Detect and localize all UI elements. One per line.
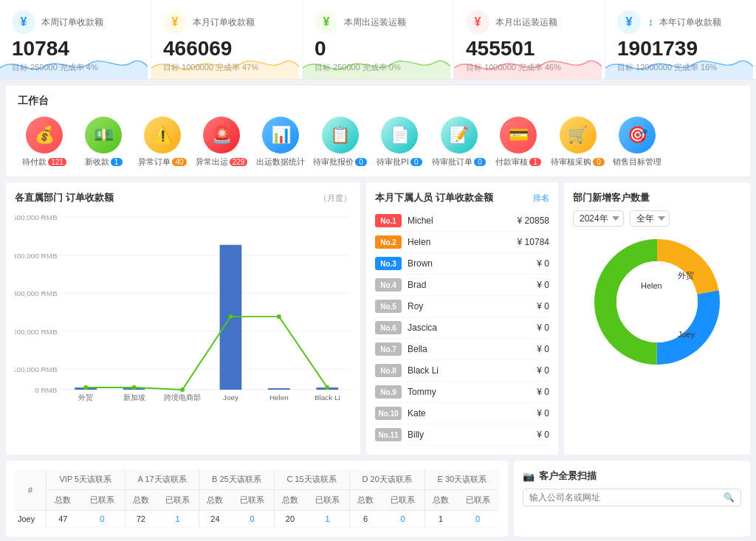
line-dot-1 <box>83 385 88 390</box>
rank-no: No.1 <box>375 214 402 227</box>
work-label-audit-pi: 待审批PI0 <box>377 156 422 168</box>
line-dot-6 <box>325 385 329 390</box>
rank-no: No.5 <box>375 300 402 313</box>
period-select[interactable]: 全年 <box>630 210 670 227</box>
work-label-abnormal-order: 异常订单40 <box>138 156 186 168</box>
work-item-abnormal-ship[interactable]: 🚨 异常出运229 <box>195 117 248 168</box>
b-contacted: 已联系 <box>231 490 274 511</box>
rank-name: Jascica <box>408 323 537 333</box>
svg-text:Black Li: Black Li <box>315 393 340 402</box>
stat-title-yearly-order: 本年订单收款额 <box>659 16 721 29</box>
work-item-abnormal-order[interactable]: ⚠️ 异常订单40 <box>136 117 189 168</box>
svg-text:400,000 RMB: 400,000 RMB <box>15 252 58 260</box>
work-icon-pay-audit: 💳 <box>500 117 537 154</box>
chart-title: 各直属部门 订单收款额 <box>15 191 114 204</box>
rank-value: ¥ 0 <box>537 408 549 418</box>
rank-item: No.1 Michel ¥ 20858 <box>375 210 549 232</box>
a-contacted-val: 1 <box>157 511 199 528</box>
table-panel: # VIP 5天该联系 A 17天该联系 B 25天该联系 C 15天该联系 D… <box>6 461 508 537</box>
badge-audit-pi: 0 <box>410 158 422 166</box>
rank-item: No.6 Jascica ¥ 0 <box>375 317 549 339</box>
ranking-sort[interactable]: 排名 <box>533 193 549 204</box>
stat-card-weekly-order: ¥ 本周订单收款额 10784 目标 250000 完成率 4% <box>0 0 151 79</box>
stat-header-weekly-order: ¥ 本周订单收款额 <box>12 10 139 34</box>
work-icon-purchase: 🛒 <box>560 117 597 154</box>
vip-total-val: 47 <box>47 511 80 528</box>
c-contacted-val: 1 <box>306 511 349 528</box>
work-label-pending-pay: 待付款121 <box>22 156 66 168</box>
donut-filters: 2024年 全年 <box>573 210 741 227</box>
rank-no: No.9 <box>375 385 402 399</box>
work-icon-audit-pi: 📄 <box>381 117 418 154</box>
search-box[interactable]: 🔍 <box>523 489 741 506</box>
rank-no: No.6 <box>375 321 402 334</box>
rank-no: No.2 <box>375 235 402 249</box>
bar-helen <box>268 388 290 390</box>
rank-name: Brown <box>408 258 537 269</box>
line-dot-4 <box>228 314 233 319</box>
donut-chart-svg: Helen 外贸 Joey <box>591 235 724 368</box>
donut-label-foreign: 外贸 <box>678 271 694 280</box>
rank-item: No.4 Brad ¥ 0 <box>375 275 549 296</box>
work-label-new-collect: 新收款1 <box>85 156 123 168</box>
work-item-pay-audit[interactable]: 💳 付款审核1 <box>492 117 545 168</box>
rank-no: No.11 <box>375 428 402 441</box>
stat-wave-yearly-order <box>605 53 753 79</box>
d-header: D 20天该联系 <box>349 469 425 490</box>
stat-header-yearly-order: ¥ ↕ 本年订单收款额 <box>617 10 744 34</box>
rank-item: No.8 Black Li ¥ 0 <box>375 360 549 382</box>
vip-total: 总数 <box>47 490 80 511</box>
right-panel-title: 📷 客户全景扫描 <box>523 469 741 483</box>
work-item-ship-stats[interactable]: 📊 出运数据统计 <box>254 117 307 168</box>
stat-title-weekly-ship: 本周出运装运额 <box>344 16 406 29</box>
rank-no: No.3 <box>375 257 402 270</box>
e-total-val: 1 <box>425 511 456 528</box>
svg-text:200,000 RMB: 200,000 RMB <box>15 328 58 336</box>
rank-value: ¥ 0 <box>537 301 549 311</box>
work-item-audit-quote[interactable]: 📋 待审批报价0 <box>313 117 367 168</box>
bar-chart-svg: 500,000 RMB 400,000 RMB 300,000 RMB 200,… <box>15 210 351 402</box>
chart-subtitle: （月度） <box>319 193 351 204</box>
badge-pending-pay: 121 <box>48 158 66 166</box>
svg-text:新加坡: 新加坡 <box>123 393 145 402</box>
line-dot-3 <box>180 387 185 392</box>
rank-name: Black Li <box>408 365 537 376</box>
work-item-new-collect[interactable]: 💵 新收款1 <box>77 117 130 168</box>
badge-new-collect: 1 <box>111 158 123 166</box>
work-item-sales-target[interactable]: 🎯 销售目标管理 <box>611 117 664 168</box>
rank-name: Michel <box>408 216 518 226</box>
work-icon-abnormal-ship: 🚨 <box>203 117 240 154</box>
work-item-audit-order[interactable]: 📝 待审批订单0 <box>432 117 486 168</box>
camera-icon: 📷 <box>523 471 535 482</box>
year-select[interactable]: 2024年 <box>573 210 624 227</box>
rank-no: No.8 <box>375 364 402 377</box>
work-item-pending-pay[interactable]: 💰 待付款121 <box>18 117 71 168</box>
rank-item: No.2 Helen ¥ 10784 <box>375 232 549 253</box>
d-total: 总数 <box>349 490 381 511</box>
svg-text:0 RMB: 0 RMB <box>35 386 58 394</box>
donut-title: 部门新增客户数量 <box>573 191 741 204</box>
stat-title-monthly-ship: 本月出运装运额 <box>495 16 557 29</box>
work-icon-abnormal-order: ⚠️ <box>144 117 181 154</box>
stat-icon-weekly-ship: ¥ <box>315 10 338 34</box>
work-icon-audit-quote: 📋 <box>322 117 359 154</box>
stat-icon-yearly-order: ¥ <box>617 10 641 34</box>
rank-name: Billy <box>408 430 537 440</box>
e-total: 总数 <box>425 490 456 511</box>
stat-card-monthly-ship: ¥ 本月出运装运额 455501 目标 1000000 完成率 46% <box>454 0 605 79</box>
bottom-row: # VIP 5天该联系 A 17天该联系 B 25天该联系 C 15天该联系 D… <box>6 461 750 537</box>
line-chart <box>86 317 327 390</box>
donut-chart-wrapper: Helen 外贸 Joey <box>573 235 741 368</box>
search-input[interactable] <box>529 492 721 503</box>
work-label-audit-quote: 待审批报价0 <box>313 156 367 168</box>
d-contacted: 已联系 <box>381 490 425 511</box>
b-header: B 25天该联系 <box>199 469 274 490</box>
contact-table: # VIP 5天该联系 A 17天该联系 B 25天该联系 C 15天该联系 D… <box>15 469 499 528</box>
work-item-audit-pi[interactable]: 📄 待审批PI0 <box>373 117 426 168</box>
row-name: Joey <box>15 511 47 528</box>
work-item-purchase[interactable]: 🛒 待审核采购0 <box>551 117 605 168</box>
right-panel: 📷 客户全景扫描 🔍 <box>514 461 750 537</box>
line-dot-5 <box>277 314 281 319</box>
ranking-title: 本月下属人员 订单收款金额 <box>375 191 493 204</box>
workbench-title: 工作台 <box>18 94 738 108</box>
